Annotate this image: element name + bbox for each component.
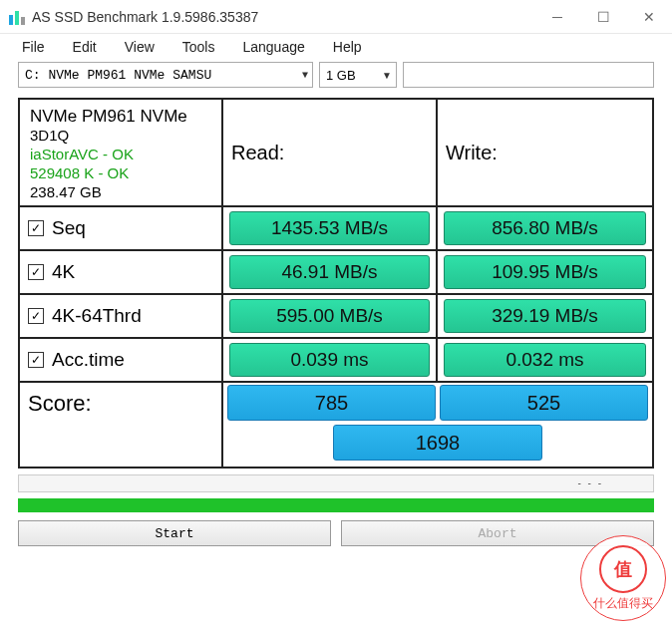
maximize-button[interactable]: ☐ (580, 0, 626, 34)
progress-indicator: - - - (577, 477, 603, 488)
write-header: Write: (438, 100, 652, 207)
4k64-write-value: 329.19 MB/s (444, 299, 646, 333)
svg-rect-1 (15, 11, 19, 25)
svg-rect-0 (9, 15, 13, 25)
chevron-down-icon: ▼ (302, 70, 308, 81)
window-title: AS SSD Benchmark 1.9.5986.35387 (32, 9, 258, 25)
acc-read-value: 0.039 ms (229, 343, 430, 377)
score-label: Score: (20, 383, 223, 467)
drive-name: NVMe PM961 NVMe (30, 106, 211, 127)
score-read: 785 (227, 385, 436, 421)
acc-checkbox[interactable]: ✓ (28, 352, 44, 368)
size-select-value: 1 GB (326, 68, 356, 83)
drive-alignment-status: 529408 K - OK (30, 164, 211, 183)
4k-checkbox[interactable]: ✓ (28, 264, 44, 280)
button-row: Start Abort (18, 520, 654, 546)
seq-read-value: 1435.53 MB/s (229, 211, 430, 245)
drive-select-value: C: NVMe PM961 NVMe SAMSU (25, 68, 211, 83)
menu-view[interactable]: View (125, 39, 155, 55)
menubar: File Edit View Tools Language Help (0, 34, 672, 60)
4k-read-value: 46.91 MB/s (229, 255, 430, 289)
test-row-4k: ✓ 4K (20, 251, 223, 295)
menu-file[interactable]: File (22, 39, 45, 55)
titlebar: AS SSD Benchmark 1.9.5986.35387 ─ ☐ ✕ (0, 0, 672, 34)
minimize-button[interactable]: ─ (534, 0, 580, 34)
4k64-label: 4K-64Thrd (52, 305, 142, 327)
watermark-char: 值 (599, 545, 647, 593)
acc-label: Acc.time (52, 349, 125, 371)
close-button[interactable]: ✕ (626, 0, 672, 34)
chevron-down-icon: ▼ (382, 70, 392, 81)
drive-firmware: 3D1Q (30, 127, 211, 146)
watermark-text: 什么值得买 (593, 595, 653, 612)
size-select[interactable]: 1 GB ▼ (319, 62, 397, 88)
seq-write-value: 856.80 MB/s (444, 211, 646, 245)
4k-label: 4K (52, 261, 75, 283)
results-panel: NVMe PM961 NVMe 3D1Q iaStorAVC - OK 5294… (18, 98, 654, 469)
svg-rect-2 (21, 17, 25, 25)
acc-write-value: 0.032 ms (444, 343, 646, 377)
app-icon (8, 8, 26, 26)
score-write: 525 (440, 385, 648, 421)
progress-fill (18, 498, 654, 512)
4k64-checkbox[interactable]: ✓ (28, 308, 44, 324)
drive-info-cell: NVMe PM961 NVMe 3D1Q iaStorAVC - OK 5294… (20, 100, 223, 207)
read-header: Read: (223, 100, 438, 207)
menu-help[interactable]: Help (333, 39, 362, 55)
4k-write-value: 109.95 MB/s (444, 255, 646, 289)
menu-tools[interactable]: Tools (182, 39, 215, 55)
4k64-read-value: 595.00 MB/s (229, 299, 430, 333)
seq-checkbox[interactable]: ✓ (28, 220, 44, 236)
drive-capacity: 238.47 GB (30, 183, 211, 202)
watermark-badge: 值 什么值得买 (580, 535, 666, 621)
score-total: 1698 (333, 425, 542, 461)
score-cell: 785 525 1698 (223, 383, 652, 467)
test-row-acc: ✓ Acc.time (20, 339, 223, 383)
text-input[interactable] (403, 62, 654, 88)
seq-label: Seq (52, 217, 86, 239)
menu-language[interactable]: Language (242, 39, 304, 55)
toolbar: C: NVMe PM961 NVMe SAMSU ▼ 1 GB ▼ (0, 60, 672, 90)
start-button[interactable]: Start (18, 520, 331, 546)
progress-bar: - - - (18, 474, 654, 492)
test-row-4k64: ✓ 4K-64Thrd (20, 295, 223, 339)
test-row-seq: ✓ Seq (20, 207, 223, 251)
drive-select[interactable]: C: NVMe PM961 NVMe SAMSU ▼ (18, 62, 313, 88)
drive-driver-status: iaStorAVC - OK (30, 146, 211, 164)
menu-edit[interactable]: Edit (73, 39, 97, 55)
